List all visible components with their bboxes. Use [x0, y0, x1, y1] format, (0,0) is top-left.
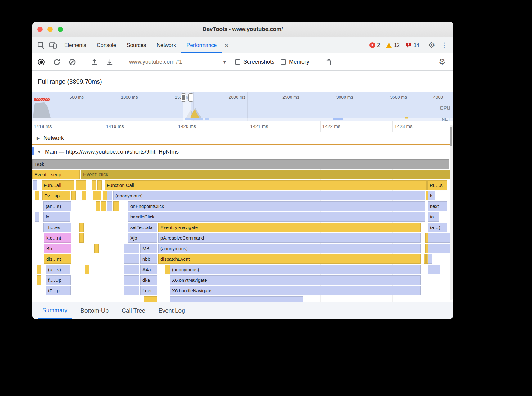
flame-bar-b[interactable]: b [428, 191, 435, 200]
flame-bar[interactable] [96, 201, 100, 211]
flame-chart[interactable]: TaskEvent…seupEvent: clickFun…allFunctio… [32, 159, 453, 302]
tab-network[interactable]: Network [151, 37, 181, 53]
scrollbar-thumb[interactable] [450, 127, 452, 146]
flame-bar[interactable] [124, 244, 139, 253]
flame-bar-dka[interactable]: dka [140, 275, 157, 285]
timeline-overview[interactable]: 500 ms1000 ms1500 ms2000 ms2500 ms3000 m… [32, 92, 453, 121]
flame-bar-k-d-nt[interactable]: k.d…nt [44, 233, 71, 243]
flame-bar-ta[interactable]: ta [428, 212, 439, 222]
tab-performance[interactable]: Performance [181, 37, 222, 53]
tab-event-log[interactable]: Event Log [154, 302, 189, 319]
flame-bar-bb[interactable]: Bb [44, 244, 71, 253]
flame-bar-task[interactable]: Task [32, 159, 449, 169]
flame-bar[interactable] [428, 244, 451, 253]
flame-bar[interactable] [124, 275, 139, 285]
tab-summary[interactable]: Summary [38, 302, 72, 319]
flame-bar-mb[interactable]: MB [140, 244, 157, 253]
flame-bar-event-click[interactable]: Event: click [81, 170, 453, 179]
tab-sources[interactable]: Sources [121, 37, 151, 53]
capture-settings-gear-icon[interactable]: ⚙ [439, 57, 446, 67]
flame-bar-event-seup[interactable]: Event…seup [32, 170, 80, 179]
flame-bar[interactable] [82, 180, 86, 190]
flame-bar-event-yt-navigate[interactable]: Event: yt-navigate [158, 223, 421, 232]
flame-bar[interactable] [151, 296, 157, 302]
error-badge[interactable]: ✕ 2 [369, 42, 380, 48]
selection-right-handle[interactable] [188, 93, 193, 102]
expanded-arrow-icon[interactable]: ▼ [37, 150, 41, 154]
clear-button[interactable] [68, 57, 77, 67]
screenshots-checkbox[interactable]: Screenshots [235, 59, 274, 65]
flame-bar-function-call[interactable]: Function Call [105, 180, 427, 190]
record-button[interactable] [37, 57, 46, 67]
flame-bar--a-s-[interactable]: (a…s) [46, 265, 70, 274]
flame-bar-dis-nt[interactable]: dis…nt [44, 254, 71, 264]
flame-bar[interactable] [113, 201, 119, 211]
flame-bar[interactable] [33, 180, 37, 190]
flame-bar-fx[interactable]: fx [43, 212, 70, 222]
flame-bar-ru-s[interactable]: Ru…s [427, 180, 447, 190]
flame-bar[interactable] [124, 265, 139, 274]
flame-bar[interactable] [35, 212, 39, 222]
flame-bar-nbb[interactable]: nbb [140, 254, 157, 264]
zoom-window-button[interactable] [58, 27, 63, 32]
collapsed-arrow-icon[interactable]: ▶ [37, 136, 40, 141]
warning-badge[interactable]: 12 [385, 42, 400, 49]
network-section-header[interactable]: ▶ Network [32, 132, 453, 145]
flame-bar-x6-onytnavigate[interactable]: X6.onYtNavigate [170, 275, 421, 285]
flame-bar-next[interactable]: next [428, 201, 447, 211]
flame-bar[interactable] [94, 244, 99, 253]
tab-bottom-up[interactable]: Bottom-Up [76, 302, 113, 319]
more-tabs-icon[interactable]: » [222, 41, 231, 50]
flame-bar[interactable] [103, 191, 107, 200]
minimize-window-button[interactable] [47, 27, 53, 32]
load-profile-icon[interactable] [90, 57, 99, 67]
flame-bar-ev-up[interactable]: Ev…up [42, 191, 70, 200]
flame-bar[interactable] [428, 233, 451, 243]
flame-bar[interactable] [85, 265, 89, 274]
flame-bar-tf-p[interactable]: tF…p [46, 286, 71, 295]
tab-elements[interactable]: Elements [59, 37, 92, 53]
flame-bar--anonymous-[interactable]: (anonymous) [170, 265, 421, 274]
flame-bar[interactable] [101, 201, 106, 211]
flame-bar--anonymous-[interactable]: (anonymous) [158, 244, 421, 253]
inspect-element-icon[interactable] [35, 40, 47, 51]
time-ruler[interactable]: 1418 ms1419 ms1420 ms1421 ms1422 ms1423 … [32, 121, 453, 132]
flame-bar[interactable] [79, 233, 84, 243]
flame-bar[interactable] [79, 223, 84, 232]
flame-bar-dispatchevent[interactable]: dispatchEvent [158, 254, 421, 264]
flame-bar-fun-all[interactable]: Fun…all [42, 180, 74, 190]
flame-bar[interactable] [92, 180, 96, 190]
flame-bar[interactable] [107, 201, 112, 211]
flame-bar[interactable] [35, 191, 39, 200]
flame-bar-f-get[interactable]: f.get [140, 286, 157, 295]
flame-bar[interactable] [97, 180, 102, 190]
kebab-menu-icon[interactable]: ⋮ [441, 41, 448, 49]
tab-call-tree[interactable]: Call Tree [117, 302, 150, 319]
collect-garbage-icon[interactable] [324, 57, 333, 67]
flame-bar[interactable] [124, 286, 139, 295]
flame-bar[interactable] [170, 296, 303, 302]
flame-bar[interactable] [37, 275, 41, 285]
flame-bar[interactable] [428, 254, 432, 264]
flame-bar-a4a[interactable]: A4a [140, 265, 157, 274]
memory-checkbox[interactable]: Memory [281, 59, 309, 65]
vertical-scrollbar[interactable] [450, 125, 453, 300]
save-profile-icon[interactable] [105, 57, 115, 67]
selection-left-handle[interactable] [181, 93, 186, 102]
tab-console[interactable]: Console [92, 37, 121, 53]
flame-bar-onendpointclick-[interactable]: onEndpointClick_ [128, 201, 425, 211]
flame-bar-f-up[interactable]: f.…Up [46, 275, 71, 285]
issues-badge[interactable]: 14 [405, 42, 419, 48]
flame-bar-pa-resolvecommand[interactable]: pA.resolveCommand [158, 233, 421, 243]
flame-bar[interactable] [82, 191, 86, 200]
profile-history-select[interactable]: www.youtube.com #1 ▼ [127, 59, 229, 65]
flame-bar-handleclick-[interactable]: handleClick_ [128, 212, 425, 222]
flame-bar--anonymous-[interactable]: (anonymous) [113, 191, 425, 200]
flame-bar-xjb[interactable]: Xjb [128, 233, 157, 243]
main-track-header[interactable]: ▼ Main — https://www.youtube.com/shorts/… [32, 145, 453, 159]
flame-bar--a-[interactable]: (a…) [428, 223, 447, 232]
close-window-button[interactable] [37, 27, 43, 32]
flame-bar--fi-es[interactable]: _fi…es [43, 223, 71, 232]
flame-bar[interactable] [71, 191, 76, 200]
flame-bar[interactable] [37, 265, 41, 274]
